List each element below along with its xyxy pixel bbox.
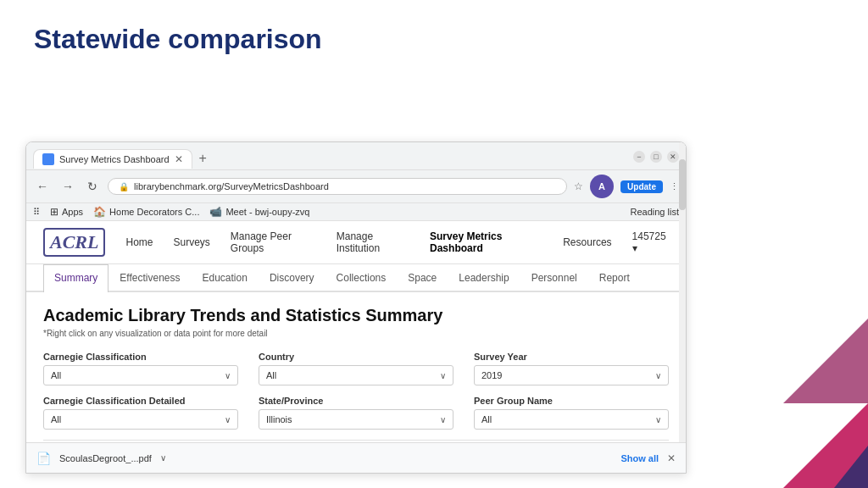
bookmarks-bar: ⠿ ⊞ Apps 🏠 Home Decorators C... 📹 Meet -… — [26, 203, 686, 221]
acrl-content: ACRL Home Surveys Manage Peer Groups Man… — [26, 221, 686, 473]
nav-survey-metrics[interactable]: Survey Metrics Dashboard — [430, 230, 542, 254]
filter-country-select[interactable]: All ∨ — [259, 365, 453, 385]
reload-button[interactable]: ↻ — [84, 178, 101, 195]
update-button[interactable]: Update — [620, 180, 663, 193]
bookmark-apps-label: Apps — [62, 207, 83, 217]
filter-year-label: Survey Year — [474, 352, 669, 362]
chevron-down-icon-4: ∨ — [225, 415, 231, 424]
tab-education[interactable]: Education — [192, 264, 259, 291]
nav-surveys[interactable]: Surveys — [173, 236, 209, 248]
back-button[interactable]: ← — [33, 178, 52, 195]
content-subtext: *Right click on any visualization or dat… — [43, 329, 669, 338]
chevron-down-icon-3: ∨ — [655, 371, 661, 380]
nav-manage-peer-groups[interactable]: Manage Peer Groups — [231, 230, 316, 254]
filter-carnegie-detailed: Carnegie Classification Detailed All ∨ — [43, 396, 238, 430]
download-bar: 📄 ScoulasDegroot_...pdf ∨ Show all ✕ — [26, 442, 686, 473]
bookmark-meet[interactable]: 📹 Meet - bwj-oupy-zvq — [209, 206, 309, 218]
user-number[interactable]: 145725 ▾ — [632, 230, 669, 254]
nav-home[interactable]: Home — [125, 236, 153, 248]
filter-carnegie-classification: Carnegie Classification All ∨ — [43, 352, 238, 385]
show-all-button[interactable]: Show all — [620, 453, 659, 463]
nav-resources[interactable]: Resources — [563, 236, 611, 248]
pdf-icon: 📄 — [36, 452, 51, 465]
bookmark-meet-icon: 📹 — [209, 206, 222, 218]
browser-tab[interactable]: Survey Metrics Dashboard ✕ — [33, 149, 192, 169]
new-tab-button[interactable]: + — [192, 147, 214, 169]
nav-manage-institution[interactable]: Manage Institution — [337, 230, 409, 254]
browser-window: Survey Metrics Dashboard ✕ + − □ ✕ ← → ↻… — [25, 141, 687, 474]
bookmark-apps[interactable]: ⊞ Apps — [50, 206, 83, 218]
tab-effectiveness[interactable]: Effectiveness — [108, 264, 191, 291]
tab-label: Survey Metrics Dashboard — [59, 154, 170, 164]
filter-carnegie-value: All — [51, 370, 61, 380]
download-chevron-icon[interactable]: ∨ — [160, 453, 166, 463]
filter-year-select[interactable]: 2019 ∨ — [474, 365, 669, 385]
decorative-triangles — [682, 319, 868, 488]
acrl-nav: ACRL Home Surveys Manage Peer Groups Man… — [26, 221, 686, 264]
filter-grid-row2: Carnegie Classification Detailed All ∨ S… — [43, 396, 669, 430]
tab-report[interactable]: Report — [588, 264, 641, 291]
tab-favicon — [42, 153, 54, 165]
filter-state-value: Illinois — [266, 414, 292, 424]
tab-space[interactable]: Space — [397, 264, 448, 291]
filter-peer-value: All — [481, 414, 492, 424]
menu-dots-icon[interactable]: ⋮ — [670, 181, 679, 192]
download-close-icon[interactable]: ✕ — [667, 452, 676, 464]
chevron-down-icon-2: ∨ — [440, 371, 446, 380]
filter-country: Country All ∨ — [259, 352, 453, 385]
bookmark-home-icon: 🏠 — [93, 206, 106, 218]
chevron-down-icon-6: ∨ — [655, 415, 661, 424]
content-heading: Academic Library Trends and Statistics S… — [43, 306, 669, 325]
filter-country-value: All — [266, 370, 276, 380]
url-text: librarybenchmark.org/SurveyMetricsDashbo… — [134, 181, 329, 191]
tab-personnel[interactable]: Personnel — [520, 264, 588, 291]
page-title: Statewide comparison — [0, 0, 868, 65]
chevron-down-icon-5: ∨ — [440, 415, 446, 424]
address-field[interactable]: 🔒 librarybenchmark.org/SurveyMetricsDash… — [108, 178, 567, 195]
filter-year-value: 2019 — [481, 370, 502, 380]
filter-carnegie-select[interactable]: All ∨ — [43, 365, 238, 385]
filter-carnegie-detailed-value: All — [51, 414, 61, 424]
filter-carnegie-detailed-select[interactable]: All ∨ — [43, 409, 238, 430]
bookmark-home-decorators[interactable]: 🏠 Home Decorators C... — [93, 206, 199, 218]
filter-state-label: State/Province — [259, 396, 453, 406]
filter-state-select[interactable]: Illinois ∨ — [259, 409, 453, 430]
tab-summary[interactable]: Summary — [43, 264, 108, 292]
filter-peer-group: Peer Group Name All ∨ — [474, 396, 669, 430]
filter-carnegie-detailed-label: Carnegie Classification Detailed — [43, 396, 238, 406]
tab-close-icon[interactable]: ✕ — [175, 153, 183, 165]
bookmark-home-label: Home Decorators C... — [109, 207, 199, 217]
tab-leadership[interactable]: Leadership — [448, 264, 520, 291]
bookmark-apps-icon: ⊞ — [50, 206, 58, 218]
tabs-bar: Summary Effectiveness Education Discover… — [26, 264, 686, 292]
filter-peer-select[interactable]: All ∨ — [474, 409, 669, 430]
user-avatar[interactable]: A — [590, 175, 614, 198]
apps-icon[interactable]: ⠿ — [33, 207, 40, 218]
acrl-logo: ACRL — [43, 228, 105, 257]
filter-peer-label: Peer Group Name — [474, 396, 669, 406]
reading-list[interactable]: Reading list — [631, 207, 679, 217]
tab-collections[interactable]: Collections — [326, 264, 398, 291]
chrome-bar: Survey Metrics Dashboard ✕ + − □ ✕ — [26, 142, 686, 170]
tab-discovery[interactable]: Discovery — [259, 264, 326, 291]
star-icon[interactable]: ☆ — [574, 180, 583, 192]
svg-marker-1 — [783, 319, 868, 403]
bookmark-meet-label: Meet - bwj-oupy-zvq — [225, 207, 309, 217]
close-window-button[interactable]: ✕ — [667, 151, 679, 163]
filter-grid-row1: Carnegie Classification All ∨ Country Al… — [43, 352, 669, 385]
filter-survey-year: Survey Year 2019 ∨ — [474, 352, 669, 385]
filter-carnegie-label: Carnegie Classification — [43, 352, 238, 362]
maximize-button[interactable]: □ — [650, 151, 662, 163]
filter-country-label: Country — [259, 352, 453, 362]
address-bar-row: ← → ↻ 🔒 librarybenchmark.org/SurveyMetri… — [26, 170, 686, 203]
filter-state-province: State/Province Illinois ∨ — [259, 396, 453, 430]
download-filename: ScoulasDegroot_...pdf — [59, 453, 152, 463]
forward-button[interactable]: → — [58, 178, 77, 195]
lock-icon: 🔒 — [119, 182, 129, 191]
minimize-button[interactable]: − — [633, 151, 645, 163]
scrollbar-thumb[interactable] — [679, 159, 686, 210]
chevron-down-icon: ∨ — [225, 371, 231, 380]
